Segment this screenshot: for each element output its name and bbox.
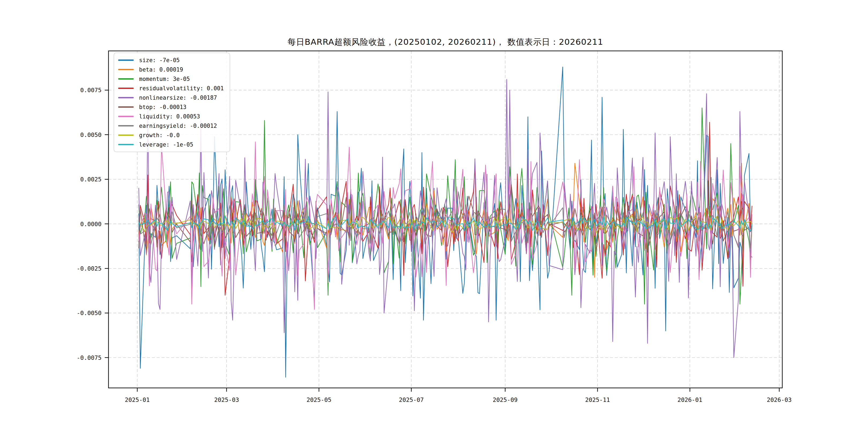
legend-label: liquidity: 0.00053 (139, 113, 200, 120)
y-tick-label: 0.0025 (81, 176, 101, 183)
legend-label: leverage: -1e-05 (139, 142, 193, 148)
legend-item-residualvolatility: residualvolatility: 0.001 (118, 84, 224, 93)
y-tick-label: 0.0075 (81, 87, 101, 93)
legend-item-growth: growth: -0.0 (118, 130, 224, 140)
legend-label: btop: -0.00013 (139, 104, 186, 111)
legend-label: earningsyield: -0.00012 (139, 123, 217, 129)
legend-swatch-size (118, 60, 134, 61)
y-tick-label: -0.0050 (76, 310, 101, 316)
legend-item-nonlinearsize: nonlinearsize: -0.00187 (118, 93, 224, 102)
legend-swatch-beta (118, 69, 134, 70)
legend-item-beta: beta: 0.00019 (118, 65, 224, 74)
legend-swatch-btop (118, 106, 134, 108)
x-tick-label: 2026-03 (767, 397, 792, 403)
x-tick-label: 2025-05 (307, 397, 331, 403)
series-lines (139, 67, 752, 377)
legend-swatch-liquidity (118, 116, 134, 117)
legend-label: size: -7e-05 (139, 57, 180, 63)
legend-item-btop: btop: -0.00013 (118, 102, 224, 112)
x-tick-label: 2025-03 (214, 397, 239, 403)
legend-label: nonlinearsize: -0.00187 (139, 95, 217, 101)
y-tick-label: 0.0000 (81, 221, 101, 227)
legend-swatch-earningsyield (118, 125, 134, 126)
y-tick-label: -0.0075 (76, 354, 101, 361)
legend-item-leverage: leverage: -1e-05 (118, 140, 224, 149)
y-tick-label: -0.0025 (76, 265, 101, 272)
legend-swatch-residualvolatility (118, 88, 134, 89)
legend-label: momentum: 3e-05 (139, 76, 190, 82)
barra-daily-returns-figure: 每日BARRA超额风险收益，(20250102, 20260211)， 数值表示… (0, 0, 868, 434)
y-tick-label: 0.0050 (81, 131, 101, 138)
legend-label: residualvolatility: 0.001 (139, 85, 224, 92)
x-tick-label: 2025-07 (399, 397, 424, 403)
legend-item-size: size: -7e-05 (118, 56, 224, 65)
x-tick-label: 2026-01 (678, 397, 703, 403)
legend-item-momentum: momentum: 3e-05 (118, 74, 224, 84)
legend-swatch-leverage (118, 144, 134, 145)
x-tick-label: 2025-11 (585, 397, 610, 403)
legend: size: -7e-05 beta: 0.00019 momentum: 3e-… (114, 53, 230, 152)
legend-label: beta: 0.00019 (139, 66, 183, 73)
x-tick-label: 2025-09 (493, 397, 518, 403)
legend-label: growth: -0.0 (139, 132, 180, 138)
legend-item-liquidity: liquidity: 0.00053 (118, 112, 224, 121)
legend-swatch-growth (118, 134, 134, 136)
x-tick-label: 2025-01 (125, 397, 150, 403)
legend-swatch-momentum (118, 78, 134, 80)
legend-item-earningsyield: earningsyield: -0.00012 (118, 121, 224, 130)
legend-swatch-nonlinearsize (118, 97, 134, 98)
